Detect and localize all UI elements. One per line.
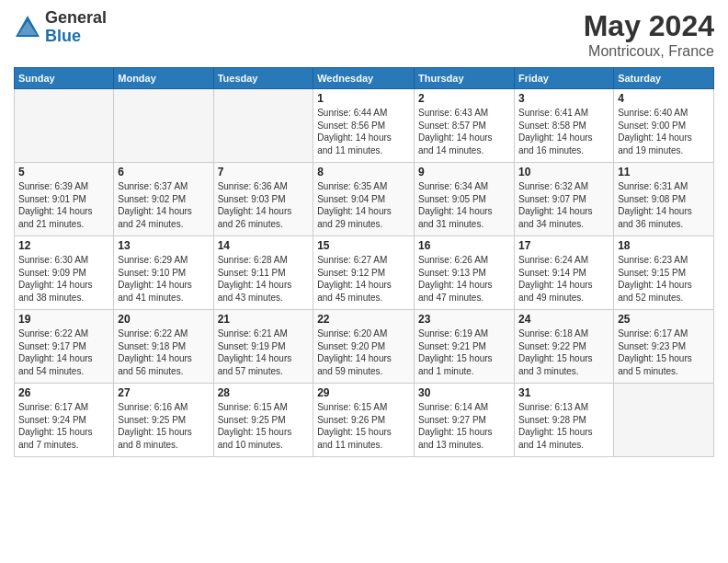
day-number: 29: [317, 386, 410, 399]
day-info: Sunrise: 6:26 AM Sunset: 9:13 PM Dayligh…: [418, 254, 510, 304]
calendar-day-cell: 15Sunrise: 6:27 AM Sunset: 9:12 PM Dayli…: [313, 236, 415, 310]
calendar-day-header: Tuesday: [213, 68, 313, 89]
day-number: 21: [218, 313, 310, 326]
calendar-day-cell: 5Sunrise: 6:39 AM Sunset: 9:01 PM Daylig…: [15, 163, 114, 236]
calendar-day-cell: 3Sunrise: 6:41 AM Sunset: 8:58 PM Daylig…: [514, 89, 613, 163]
day-number: 4: [618, 92, 710, 105]
day-info: Sunrise: 6:34 AM Sunset: 9:05 PM Dayligh…: [418, 180, 510, 230]
day-number: 7: [218, 166, 310, 178]
calendar-day-cell: 17Sunrise: 6:24 AM Sunset: 9:14 PM Dayli…: [514, 236, 613, 310]
calendar-day-cell: 26Sunrise: 6:17 AM Sunset: 9:24 PM Dayli…: [15, 384, 114, 457]
calendar-day-cell: [114, 89, 213, 163]
calendar-day-cell: 22Sunrise: 6:20 AM Sunset: 9:20 PM Dayli…: [313, 310, 415, 384]
day-number: 14: [218, 239, 310, 252]
day-number: 30: [418, 386, 510, 399]
header: General Blue May 2024 Montricoux, France: [14, 9, 714, 60]
day-info: Sunrise: 6:36 AM Sunset: 9:03 PM Dayligh…: [218, 180, 310, 230]
day-info: Sunrise: 6:29 AM Sunset: 9:10 PM Dayligh…: [118, 254, 209, 304]
calendar-day-cell: 30Sunrise: 6:14 AM Sunset: 9:27 PM Dayli…: [415, 384, 515, 457]
calendar-day-cell: 31Sunrise: 6:13 AM Sunset: 9:28 PM Dayli…: [514, 384, 613, 457]
day-number: 20: [118, 313, 209, 326]
day-number: 10: [518, 166, 609, 178]
calendar-day-header: Wednesday: [313, 68, 415, 89]
calendar-day-cell: 28Sunrise: 6:15 AM Sunset: 9:25 PM Dayli…: [213, 384, 313, 457]
day-number: 31: [518, 386, 609, 399]
logo-icon: [14, 14, 41, 41]
logo-blue: Blue: [45, 28, 107, 46]
calendar-day-cell: 29Sunrise: 6:15 AM Sunset: 9:26 PM Dayli…: [313, 384, 415, 457]
day-info: Sunrise: 6:21 AM Sunset: 9:19 PM Dayligh…: [218, 327, 310, 377]
calendar-day-cell: 7Sunrise: 6:36 AM Sunset: 9:03 PM Daylig…: [213, 163, 313, 236]
calendar-day-cell: 12Sunrise: 6:30 AM Sunset: 9:09 PM Dayli…: [15, 236, 114, 310]
day-info: Sunrise: 6:14 AM Sunset: 9:27 PM Dayligh…: [418, 401, 510, 451]
day-number: 12: [18, 239, 109, 252]
calendar-day-cell: 21Sunrise: 6:21 AM Sunset: 9:19 PM Dayli…: [213, 310, 313, 384]
calendar-day-header: Thursday: [415, 68, 515, 89]
calendar-day-cell: 14Sunrise: 6:28 AM Sunset: 9:11 PM Dayli…: [213, 236, 313, 310]
day-info: Sunrise: 6:28 AM Sunset: 9:11 PM Dayligh…: [218, 254, 310, 304]
calendar-day-cell: 23Sunrise: 6:19 AM Sunset: 9:21 PM Dayli…: [415, 310, 515, 384]
calendar-day-cell: 27Sunrise: 6:16 AM Sunset: 9:25 PM Dayli…: [114, 384, 213, 457]
day-number: 28: [218, 386, 310, 399]
day-info: Sunrise: 6:22 AM Sunset: 9:18 PM Dayligh…: [118, 327, 209, 377]
day-info: Sunrise: 6:17 AM Sunset: 9:24 PM Dayligh…: [18, 401, 109, 451]
day-number: 8: [317, 166, 410, 178]
day-number: 18: [618, 239, 710, 252]
calendar-day-cell: 2Sunrise: 6:43 AM Sunset: 8:57 PM Daylig…: [415, 89, 515, 163]
day-number: 6: [118, 166, 209, 178]
calendar-day-cell: 13Sunrise: 6:29 AM Sunset: 9:10 PM Dayli…: [114, 236, 213, 310]
day-info: Sunrise: 6:39 AM Sunset: 9:01 PM Dayligh…: [18, 180, 109, 230]
day-number: 5: [18, 166, 109, 178]
day-info: Sunrise: 6:31 AM Sunset: 9:08 PM Dayligh…: [618, 180, 710, 230]
day-number: 9: [418, 166, 510, 178]
day-info: Sunrise: 6:43 AM Sunset: 8:57 PM Dayligh…: [418, 107, 510, 156]
calendar-header-row: SundayMondayTuesdayWednesdayThursdayFrid…: [15, 68, 714, 89]
day-info: Sunrise: 6:17 AM Sunset: 9:23 PM Dayligh…: [618, 327, 710, 377]
day-info: Sunrise: 6:44 AM Sunset: 8:56 PM Dayligh…: [317, 107, 410, 156]
calendar-day-header: Friday: [514, 68, 613, 89]
day-number: 25: [618, 313, 710, 326]
logo-text: General Blue: [45, 9, 107, 46]
day-number: 2: [418, 92, 510, 105]
day-number: 3: [518, 92, 609, 105]
day-info: Sunrise: 6:41 AM Sunset: 8:58 PM Dayligh…: [518, 107, 609, 156]
day-info: Sunrise: 6:20 AM Sunset: 9:20 PM Dayligh…: [317, 327, 410, 377]
day-number: 16: [418, 239, 510, 252]
month-title: May 2024: [584, 9, 714, 43]
calendar-day-cell: 8Sunrise: 6:35 AM Sunset: 9:04 PM Daylig…: [313, 163, 415, 236]
day-info: Sunrise: 6:13 AM Sunset: 9:28 PM Dayligh…: [518, 401, 609, 451]
calendar-week-row: 12Sunrise: 6:30 AM Sunset: 9:09 PM Dayli…: [15, 236, 714, 310]
title-block: May 2024 Montricoux, France: [584, 9, 714, 60]
calendar-day-cell: 10Sunrise: 6:32 AM Sunset: 9:07 PM Dayli…: [514, 163, 613, 236]
day-number: 19: [18, 313, 109, 326]
day-info: Sunrise: 6:27 AM Sunset: 9:12 PM Dayligh…: [317, 254, 410, 304]
calendar-day-cell: [15, 89, 114, 163]
calendar-day-cell: [213, 89, 313, 163]
day-info: Sunrise: 6:35 AM Sunset: 9:04 PM Dayligh…: [317, 180, 410, 230]
day-number: 23: [418, 313, 510, 326]
calendar-day-cell: 9Sunrise: 6:34 AM Sunset: 9:05 PM Daylig…: [415, 163, 515, 236]
calendar-table: SundayMondayTuesdayWednesdayThursdayFrid…: [14, 67, 714, 457]
day-info: Sunrise: 6:16 AM Sunset: 9:25 PM Dayligh…: [118, 401, 209, 451]
calendar-week-row: 26Sunrise: 6:17 AM Sunset: 9:24 PM Dayli…: [15, 384, 714, 457]
day-info: Sunrise: 6:23 AM Sunset: 9:15 PM Dayligh…: [618, 254, 710, 304]
calendar-day-cell: 16Sunrise: 6:26 AM Sunset: 9:13 PM Dayli…: [415, 236, 515, 310]
calendar-day-cell: 6Sunrise: 6:37 AM Sunset: 9:02 PM Daylig…: [114, 163, 213, 236]
day-info: Sunrise: 6:22 AM Sunset: 9:17 PM Dayligh…: [18, 327, 109, 377]
calendar-day-cell: 18Sunrise: 6:23 AM Sunset: 9:15 PM Dayli…: [614, 236, 714, 310]
calendar-day-header: Saturday: [614, 68, 714, 89]
day-info: Sunrise: 6:19 AM Sunset: 9:21 PM Dayligh…: [418, 327, 510, 377]
day-info: Sunrise: 6:40 AM Sunset: 9:00 PM Dayligh…: [618, 107, 710, 156]
calendar-day-cell: 4Sunrise: 6:40 AM Sunset: 9:00 PM Daylig…: [614, 89, 714, 163]
day-info: Sunrise: 6:37 AM Sunset: 9:02 PM Dayligh…: [118, 180, 209, 230]
day-number: 26: [18, 386, 109, 399]
calendar-week-row: 1Sunrise: 6:44 AM Sunset: 8:56 PM Daylig…: [15, 89, 714, 163]
logo-general: General: [45, 9, 107, 28]
day-info: Sunrise: 6:24 AM Sunset: 9:14 PM Dayligh…: [518, 254, 609, 304]
location-subtitle: Montricoux, France: [584, 43, 714, 60]
day-info: Sunrise: 6:15 AM Sunset: 9:26 PM Dayligh…: [317, 401, 410, 451]
calendar-day-cell: 1Sunrise: 6:44 AM Sunset: 8:56 PM Daylig…: [313, 89, 415, 163]
calendar-day-cell: 25Sunrise: 6:17 AM Sunset: 9:23 PM Dayli…: [614, 310, 714, 384]
calendar-day-cell: 24Sunrise: 6:18 AM Sunset: 9:22 PM Dayli…: [514, 310, 613, 384]
day-info: Sunrise: 6:30 AM Sunset: 9:09 PM Dayligh…: [18, 254, 109, 304]
